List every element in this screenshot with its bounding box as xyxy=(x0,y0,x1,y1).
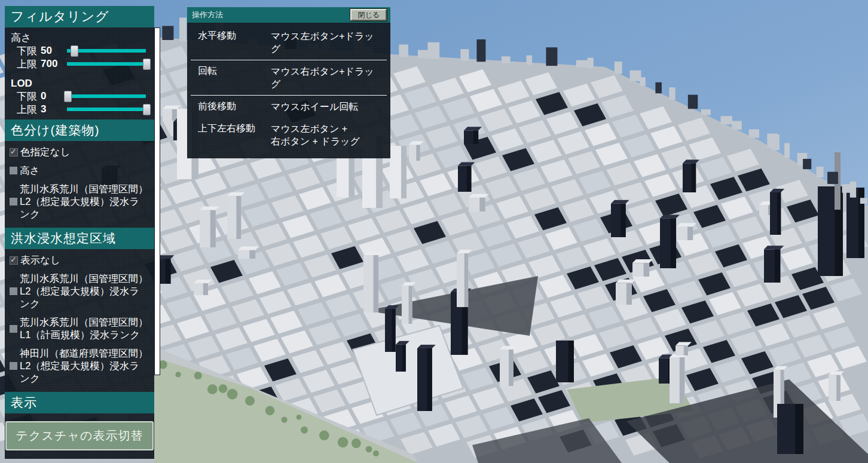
checkbox-checked-icon[interactable] xyxy=(10,148,18,157)
checkbox-item[interactable]: 高さ xyxy=(10,164,149,177)
filter-panel: フィルタリング 高さ下限50上限700LOD下限0上限3 色分け(建築物)色指定… xyxy=(5,6,154,459)
checkbox-label: 荒川水系荒川（国管理区間）L2（想定最大規模）浸水ランク xyxy=(20,183,149,220)
checkbox-item[interactable]: 荒川水系荒川（国管理区間）L2（想定最大規模）浸水ランク xyxy=(10,183,149,220)
checkbox-item[interactable]: 表示なし xyxy=(10,254,149,266)
app-window: フィルタリング 高さ下限50上限700LOD下限0上限3 色分け(建築物)色指定… xyxy=(0,0,868,463)
checkbox-label: 荒川水系荒川（国管理区間）L2（想定最大規模）浸水ランク xyxy=(20,272,149,310)
slider-value: 50 xyxy=(41,45,67,57)
slider-thumb[interactable] xyxy=(71,45,78,57)
checkbox-item[interactable]: 荒川水系荒川（国管理区間）L2（想定最大規模）浸水ランク xyxy=(10,272,149,310)
slider-group-label: LOD xyxy=(11,78,148,90)
checkbox-unchecked-icon[interactable] xyxy=(10,362,17,370)
section-body: 色指定なし高さ荒川水系荒川（国管理区間）L2（想定最大規模）浸水ランク xyxy=(5,141,154,228)
help-row-label: 回転 xyxy=(194,65,271,90)
checkbox-checked-icon[interactable] xyxy=(10,256,18,265)
help-row-value: マウス右ボタン+ドラッグ xyxy=(271,65,383,90)
help-row: 回転マウス右ボタン+ドラッグ xyxy=(191,60,387,96)
checkbox-label: 高さ xyxy=(20,164,39,177)
slider-track[interactable] xyxy=(67,62,146,66)
slider-group-label: 高さ xyxy=(11,32,148,44)
panel-scrollbar[interactable] xyxy=(154,27,160,375)
slider-row: 上限3 xyxy=(17,103,148,116)
section-title: 色分け(建築物) xyxy=(5,119,154,141)
help-panel-header: 操作方法 閉じる xyxy=(187,7,390,23)
texture-toggle-button[interactable]: テクスチャの表示切替 xyxy=(5,421,154,450)
slider-value: 700 xyxy=(41,58,67,70)
checkbox-label: 表示なし xyxy=(20,254,60,266)
display-section-title: 表示 xyxy=(5,392,154,413)
checkbox-unchecked-icon[interactable] xyxy=(10,287,17,295)
slider-track[interactable] xyxy=(67,94,146,98)
display-section-body: テクスチャの表示切替 xyxy=(5,413,154,459)
slider-label: 下限 xyxy=(17,90,41,103)
checkbox-unchecked-icon[interactable] xyxy=(10,198,17,206)
slider-row: 下限0 xyxy=(17,90,148,103)
slider-label: 上限 xyxy=(17,103,41,116)
help-row-label: 上下左右移動 xyxy=(194,122,271,148)
slider-thumb[interactable] xyxy=(143,59,151,70)
checkbox-item[interactable]: 荒川水系荒川（国管理区間）L1（計画規模）浸水ランク xyxy=(10,316,149,341)
help-row: 上下左右移動マウス左ボタン + 右ボタン + ドラッグ xyxy=(191,118,387,152)
help-row-label: 前後移動 xyxy=(194,100,271,113)
help-row: 前後移動マウスホイール回転 xyxy=(191,96,387,118)
checkbox-label: 神田川（都道府県管理区間）L2（想定最大規模）浸水ランク xyxy=(20,347,149,385)
help-row: 水平移動マウス左ボタン+ドラッグ xyxy=(191,25,387,60)
checkbox-label: 色指定なし xyxy=(20,146,70,158)
filter-panel-title: フィルタリング xyxy=(5,6,154,27)
section-title: 洪水浸水想定区域 xyxy=(5,228,154,249)
slider-thumb[interactable] xyxy=(64,91,72,102)
help-row-value: マウスホイール回転 xyxy=(271,100,383,113)
help-row-value: マウス左ボタン + 右ボタン + ドラッグ xyxy=(271,122,383,148)
filter-sliders: 高さ下限50上限700LOD下限0上限3 xyxy=(5,27,154,119)
checkbox-unchecked-icon[interactable] xyxy=(10,325,17,333)
slider-label: 上限 xyxy=(17,57,41,71)
slider-row: 上限700 xyxy=(17,57,148,70)
help-rows: 水平移動マウス左ボタン+ドラッグ回転マウス右ボタン+ドラッグ前後移動マウスホイー… xyxy=(187,23,390,158)
checkbox-unchecked-icon[interactable] xyxy=(10,167,17,174)
slider-track[interactable] xyxy=(67,108,146,111)
slider-row: 下限50 xyxy=(17,44,148,57)
help-row-label: 水平移動 xyxy=(194,30,271,55)
section-body: 表示なし荒川水系荒川（国管理区間）L2（想定最大規模）浸水ランク荒川水系荒川（国… xyxy=(5,249,154,392)
slider-track[interactable] xyxy=(67,49,146,53)
slider-thumb[interactable] xyxy=(143,104,151,115)
checkbox-label: 荒川水系荒川（国管理区間）L1（計画規模）浸水ランク xyxy=(20,316,149,341)
slider-value: 3 xyxy=(41,103,67,115)
help-panel-title: 操作方法 xyxy=(192,10,223,20)
help-row-value: マウス左ボタン+ドラッグ xyxy=(271,30,383,55)
checkbox-item[interactable]: 神田川（都道府県管理区間）L2（想定最大規模）浸水ランク xyxy=(10,347,149,385)
help-panel: 操作方法 閉じる 水平移動マウス左ボタン+ドラッグ回転マウス右ボタン+ドラッグ前… xyxy=(187,7,390,158)
checkbox-item[interactable]: 色指定なし xyxy=(10,146,149,158)
close-button[interactable]: 閉じる xyxy=(350,9,387,21)
slider-value: 0 xyxy=(41,90,67,102)
slider-label: 下限 xyxy=(17,44,41,58)
